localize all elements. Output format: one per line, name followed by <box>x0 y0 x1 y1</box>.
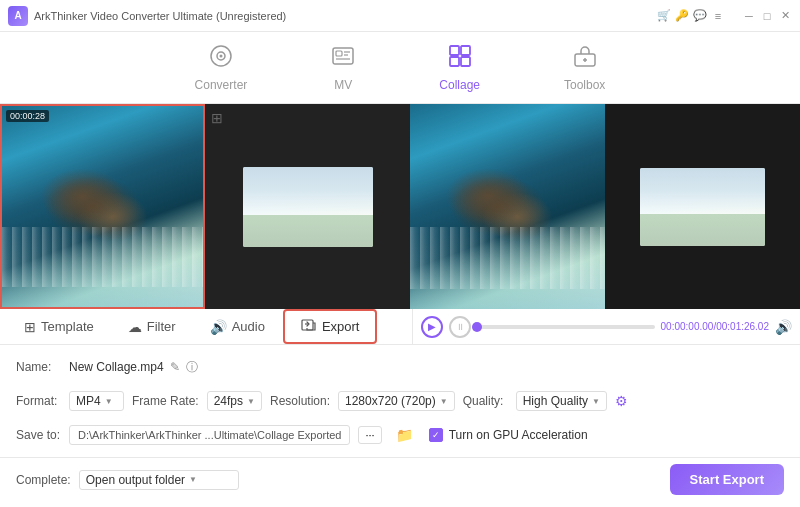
play-button[interactable]: ▶ <box>421 316 443 338</box>
browse-button[interactable]: ··· <box>358 426 381 444</box>
quality-select[interactable]: High Quality ▼ <box>516 391 607 411</box>
svg-point-2 <box>219 54 222 57</box>
title-bar-left: A ArkThinker Video Converter Ultimate (U… <box>8 6 286 26</box>
inner-video-preview <box>243 167 373 247</box>
collage-label: Collage <box>439 78 480 92</box>
format-select[interactable]: MP4 ▼ <box>69 391 124 411</box>
quality-arrow-icon: ▼ <box>592 397 600 406</box>
converter-icon <box>209 44 233 74</box>
resolution-arrow-icon: ▼ <box>440 397 448 406</box>
menu-icon[interactable]: ≡ <box>711 9 725 23</box>
preview-foam <box>410 227 605 289</box>
toolbar-tabs: ⊞ Template ☁ Filter 🔊 Audio Export <box>0 309 412 344</box>
nav-toolbox[interactable]: Toolbox <box>552 36 617 100</box>
settings-area: Name: New Collage.mp4 ✎ ⓘ Format: MP4 ▼ … <box>0 345 800 457</box>
right-preview-panel <box>410 104 800 309</box>
saveto-label: Save to: <box>16 428 61 442</box>
app-title: ArkThinker Video Converter Ultimate (Unr… <box>34 10 286 22</box>
close-button[interactable]: ✕ <box>778 9 792 23</box>
playback-controls: ▶ ⏸ 00:00:00.00/00:01:26.02 🔊 <box>412 309 800 344</box>
audio-label: Audio <box>232 319 265 334</box>
preview-inner-video <box>640 168 765 246</box>
filter-label: Filter <box>147 319 176 334</box>
edit-name-icon[interactable]: ✎ <box>170 360 180 374</box>
left-edit-panel: 00:00:28 ⊞ <box>0 104 410 309</box>
framerate-label: Frame Rate: <box>132 394 199 408</box>
format-label: Format: <box>16 394 61 408</box>
format-row: Format: MP4 ▼ Frame Rate: 24fps ▼ Resolu… <box>16 387 784 415</box>
filter-icon: ☁ <box>128 319 142 335</box>
name-value: New Collage.mp4 <box>69 360 164 374</box>
gpu-checkbox[interactable]: ✓ <box>429 428 443 442</box>
tab-filter[interactable]: ☁ Filter <box>112 313 192 341</box>
chat-icon[interactable]: 💬 <box>693 9 707 23</box>
footer: Complete: Open output folder ▼ Start Exp… <box>0 457 800 501</box>
resolution-label: Resolution: <box>270 394 330 408</box>
video-clip-1[interactable]: 00:00:28 <box>0 104 205 309</box>
format-arrow-icon: ▼ <box>105 397 113 406</box>
export-icon <box>301 317 317 336</box>
audio-icon: 🔊 <box>210 319 227 335</box>
ground-layer <box>243 215 373 247</box>
preview-video-left <box>410 104 605 309</box>
gpu-checkbox-area: ✓ Turn on GPU Acceleration <box>429 428 588 442</box>
preview-clouds <box>640 168 765 215</box>
gpu-label: Turn on GPU Acceleration <box>449 428 588 442</box>
start-export-button[interactable]: Start Export <box>670 464 784 495</box>
resolution-select[interactable]: 1280x720 (720p) ▼ <box>338 391 455 411</box>
framerate-select[interactable]: 24fps ▼ <box>207 391 262 411</box>
tab-template[interactable]: ⊞ Template <box>8 313 110 341</box>
svg-rect-4 <box>336 51 342 56</box>
template-label: Template <box>41 319 94 334</box>
name-label: Name: <box>16 360 61 374</box>
main-video-area: 00:00:28 ⊞ <box>0 104 800 309</box>
toolbox-label: Toolbox <box>564 78 605 92</box>
settings-gear-icon[interactable]: ⚙ <box>615 393 628 409</box>
tab-audio[interactable]: 🔊 Audio <box>194 313 281 341</box>
nav-mv[interactable]: MV <box>319 36 367 100</box>
format-value: MP4 <box>76 394 101 408</box>
mv-icon <box>331 44 355 74</box>
window-controls: 🛒 🔑 💬 ≡ ─ □ ✕ <box>657 9 792 23</box>
complete-value: Open output folder <box>86 473 185 487</box>
pause-button[interactable]: ⏸ <box>449 316 471 338</box>
video-bg-1 <box>2 106 203 307</box>
preview-bg-left <box>410 104 605 309</box>
quality-label: Quality: <box>463 394 508 408</box>
time-display: 00:00:00.00/00:01:26.02 <box>661 321 769 332</box>
svg-rect-9 <box>461 46 470 55</box>
toolbox-icon <box>573 44 597 74</box>
key-icon[interactable]: 🔑 <box>675 9 689 23</box>
app-logo: A <box>8 6 28 26</box>
mv-label: MV <box>334 78 352 92</box>
export-label: Export <box>322 319 360 334</box>
toolbar-playback-row: ⊞ Template ☁ Filter 🔊 Audio Export ▶ ⏸ <box>0 309 800 345</box>
svg-rect-8 <box>450 46 459 55</box>
clouds-layer <box>243 167 373 215</box>
nav-collage[interactable]: Collage <box>427 36 492 100</box>
framerate-value: 24fps <box>214 394 243 408</box>
saveto-row: Save to: D:\ArkThinker\ArkThinker ...Ult… <box>16 421 784 449</box>
maximize-button[interactable]: □ <box>760 9 774 23</box>
volume-icon[interactable]: 🔊 <box>775 319 792 335</box>
save-path: D:\ArkThinker\ArkThinker ...Ultimate\Col… <box>69 425 350 445</box>
quality-value: High Quality <box>523 394 588 408</box>
cart-icon[interactable]: 🛒 <box>657 9 671 23</box>
info-icon[interactable]: ⓘ <box>186 359 198 376</box>
name-field: New Collage.mp4 ✎ ⓘ <box>69 359 198 376</box>
grid-layout-icon: ⊞ <box>211 110 223 126</box>
framerate-arrow-icon: ▼ <box>247 397 255 406</box>
preview-video-right <box>605 104 800 309</box>
collage-icon <box>448 44 472 74</box>
nav-bar: Converter MV Collage <box>0 32 800 104</box>
title-bar: A ArkThinker Video Converter Ultimate (U… <box>0 0 800 32</box>
tab-export[interactable]: Export <box>283 309 378 344</box>
minimize-button[interactable]: ─ <box>742 9 756 23</box>
nav-converter[interactable]: Converter <box>183 36 260 100</box>
folder-icon[interactable]: 📁 <box>396 427 413 443</box>
foam-overlay <box>2 227 203 287</box>
progress-track[interactable] <box>477 325 655 329</box>
complete-select[interactable]: Open output folder ▼ <box>79 470 239 490</box>
svg-rect-10 <box>450 57 459 66</box>
video-clip-2[interactable]: ⊞ <box>205 104 410 309</box>
